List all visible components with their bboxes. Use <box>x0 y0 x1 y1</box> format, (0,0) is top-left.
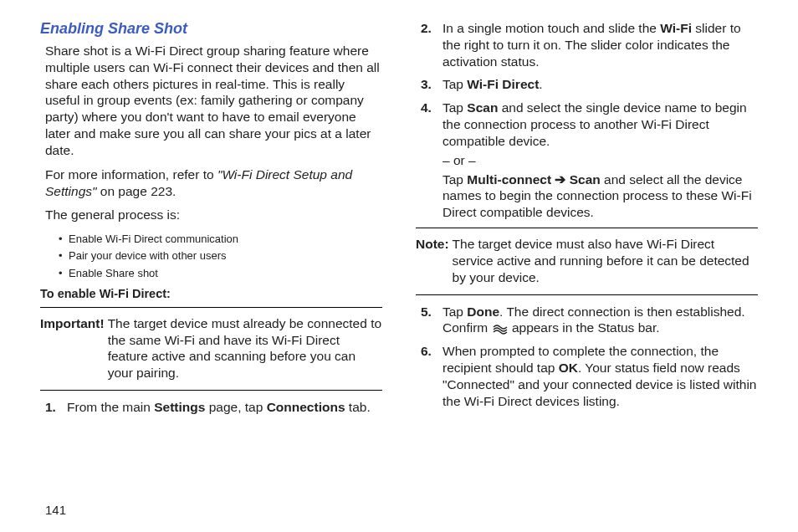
step-1: 1. From the main Settings page, tap Conn… <box>40 399 382 416</box>
step-text: From the main Settings page, tap Connect… <box>67 399 382 416</box>
or-separator: – or – <box>442 152 758 169</box>
step-number: 6. <box>416 343 442 409</box>
important-text: The target device must already be connec… <box>108 315 382 381</box>
step-number: 2. <box>416 20 442 69</box>
moreinfo-pre: For more information, refer to <box>45 167 217 182</box>
section-title: Enabling Share Shot <box>40 20 382 38</box>
important-block: Important! The target device must alread… <box>40 311 382 386</box>
subheading-enable-wifi-direct: To enable Wi-Fi Direct: <box>40 287 382 300</box>
step-6: 6. When prompted to complete the connect… <box>416 343 758 409</box>
right-column: 2. In a single motion touch and slide th… <box>416 20 758 422</box>
note-block: Note: The target device must also have W… <box>416 232 758 290</box>
step-5: 5. Tap Done. The direct connection is th… <box>416 304 758 337</box>
process-bullets: Enable Wi-Fi Direct communication Pair y… <box>40 231 382 281</box>
moreinfo-post: on page 223. <box>97 184 176 198</box>
step-text: In a single motion touch and slide the W… <box>442 20 758 69</box>
step-number: 1. <box>40 399 67 416</box>
steps-left: 1. From the main Settings page, tap Conn… <box>40 399 382 416</box>
step-3: 3. Tap Wi-Fi Direct. <box>416 76 758 93</box>
step-text: When prompted to complete the connection… <box>442 343 758 409</box>
wifi-direct-icon <box>492 323 509 335</box>
bullet-item: Enable Share shot <box>69 265 382 282</box>
divider <box>416 294 758 295</box>
more-info-paragraph: For more information, refer to "Wi-Fi Di… <box>40 166 382 200</box>
process-intro: The general process is: <box>40 207 382 223</box>
page-number: 141 <box>45 503 66 517</box>
step-text: Tap Done. The direct connection is then … <box>442 304 758 337</box>
intro-paragraph: Share shot is a Wi-Fi Direct group shari… <box>40 43 382 159</box>
step-text: Tap Scan and select the single device na… <box>442 100 758 221</box>
left-column: Enabling Share Shot Share shot is a Wi-F… <box>40 20 382 422</box>
bullet-item: Pair your device with other users <box>69 248 382 264</box>
note-text: The target device must also have Wi-Fi D… <box>453 236 758 285</box>
step-text: Tap Wi-Fi Direct. <box>442 76 758 93</box>
step-number: 4. <box>416 100 442 221</box>
step-4: 4. Tap Scan and select the single device… <box>416 100 758 221</box>
step-number: 3. <box>416 76 442 93</box>
divider <box>40 307 382 308</box>
note-label: Note: <box>416 236 453 285</box>
steps-right-bottom: 5. Tap Done. The direct connection is th… <box>416 304 758 410</box>
divider <box>40 390 382 391</box>
bullet-item: Enable Wi-Fi Direct communication <box>69 231 382 248</box>
important-label: Important! <box>40 315 108 381</box>
step-2: 2. In a single motion touch and slide th… <box>416 20 758 69</box>
step-number: 5. <box>416 304 442 337</box>
steps-right-top: 2. In a single motion touch and slide th… <box>416 20 758 221</box>
divider <box>416 228 758 228</box>
